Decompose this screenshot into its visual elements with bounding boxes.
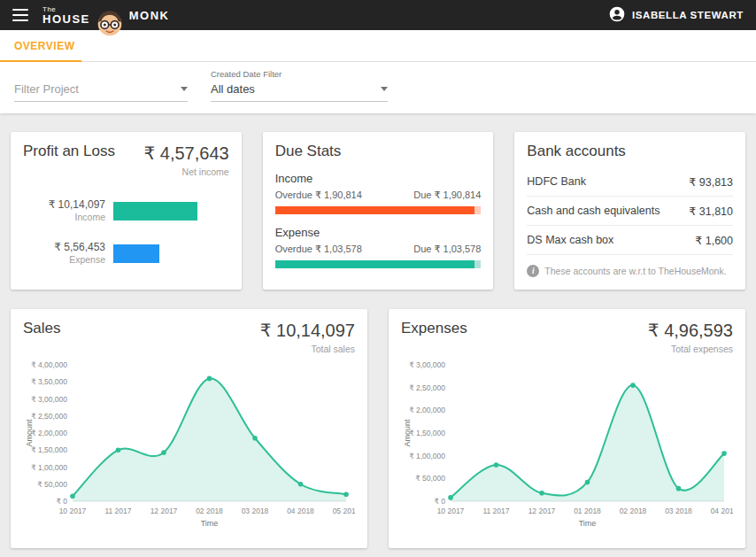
- logo-text-block: The HOUSE: [42, 6, 90, 25]
- bank-account-row: HDFC Bank₹ 93,813: [527, 167, 733, 197]
- user-menu[interactable]: ISABELLA STEWART: [608, 5, 744, 25]
- due-progress-bar: [275, 206, 482, 214]
- y-tick-label: ₹ 0: [435, 497, 446, 506]
- y-axis-title: Amount: [403, 419, 412, 447]
- bank-accounts-card: Bank accounts HDFC Bank₹ 93,813Cash and …: [514, 132, 745, 290]
- due-progress-fill: [275, 206, 475, 214]
- sales-chart: ₹ 0₹ 50,000₹ 1,00,000₹ 1,50,000₹ 2,00,00…: [23, 358, 355, 531]
- bank-account-name: HDFC Bank: [527, 175, 586, 189]
- y-tick-label: ₹ 1,50,000: [31, 445, 67, 454]
- pl-bar-labels: ₹ 10,14,097Income: [23, 198, 113, 223]
- topbar: The HOUSE MONK ISABELLA STEW: [0, 0, 756, 30]
- dashboard: Profit an Loss ₹ 4,57,643 Net income ₹ 1…: [0, 132, 756, 548]
- expenses-card: Expenses ₹ 4,96,593 Total expenses ₹ 0₹ …: [389, 309, 745, 548]
- filter-bar: Filter Project Created Date Filter All d…: [0, 62, 756, 113]
- data-point: [298, 482, 304, 487]
- bank-note-text: These accounts are w.r.t to TheHouseMonk…: [544, 266, 726, 276]
- y-tick-label: ₹ 2,00,000: [409, 406, 445, 414]
- logo-text-house: HOUSE: [42, 13, 90, 25]
- total-sales-label: Total sales: [260, 344, 355, 354]
- avatar-icon: [608, 5, 626, 25]
- pl-bar-labels: ₹ 5,56,453Expense: [23, 241, 113, 266]
- total-expenses-value: ₹ 4,96,593: [648, 320, 733, 341]
- y-tick-label: ₹ 1,00,000: [31, 463, 67, 472]
- y-tick-label: ₹ 50,000: [37, 480, 67, 489]
- profit-loss-title: Profit an Loss: [23, 143, 115, 160]
- y-tick-label: ₹ 1,00,000: [409, 452, 445, 460]
- app-logo: The HOUSE MONK: [42, 0, 169, 32]
- pl-bar-name: Income: [23, 212, 105, 223]
- due-stats-card: Due Stats IncomeOverdue ₹ 1,90,814Due ₹ …: [263, 132, 494, 290]
- created-date-filter-select[interactable]: Created Date Filter All dates: [211, 69, 388, 102]
- pl-bar-row: ₹ 5,56,453Expense: [23, 241, 229, 266]
- x-tick-label: 05 2018: [333, 507, 355, 515]
- x-tick-label: 01 2018: [574, 507, 601, 515]
- x-tick-label: 10 2017: [59, 507, 87, 515]
- pl-bar-value: ₹ 10,14,097: [23, 198, 105, 212]
- created-date-filter-label: Created Date Filter: [211, 69, 388, 79]
- data-point: [448, 495, 453, 500]
- due-section-name: Income: [275, 172, 482, 185]
- pl-bar-row: ₹ 10,14,097Income: [23, 198, 229, 223]
- due-progress-fill: [275, 260, 475, 268]
- y-tick-label: ₹ 0: [57, 497, 68, 506]
- pl-bar: [113, 244, 159, 263]
- due-section: ExpenseOverdue ₹ 1,03,578Due ₹ 1,03,578: [275, 226, 482, 268]
- y-tick-label: ₹ 50,000: [415, 474, 445, 483]
- filter-project-placeholder: Filter Project: [14, 82, 79, 96]
- pl-bar: [113, 202, 197, 220]
- y-tick-label: ₹ 3,00,000: [409, 360, 445, 369]
- y-tick-label: ₹ 2,50,000: [31, 412, 67, 421]
- y-axis-title: Amount: [25, 419, 34, 447]
- monk-face-icon: [93, 6, 127, 40]
- bank-account-name: DS Max cash box: [527, 234, 613, 247]
- data-point: [70, 493, 75, 499]
- sales-card: Sales ₹ 10,14,097 Total sales ₹ 0₹ 50,00…: [11, 309, 367, 548]
- data-point: [207, 376, 212, 382]
- x-tick-label: 12 2017: [528, 507, 556, 515]
- y-tick-label: ₹ 2,50,000: [409, 383, 445, 392]
- due-overdue-label: Overdue ₹ 1,03,578: [275, 244, 362, 255]
- data-point: [161, 450, 166, 455]
- x-tick-label: 04 2018: [287, 507, 314, 515]
- x-tick-label: 11 2017: [482, 507, 509, 515]
- logo-text-monk: MONK: [129, 9, 170, 22]
- pl-bar-value: ₹ 5,56,453: [23, 241, 105, 254]
- menu-icon[interactable]: [12, 9, 28, 21]
- expenses-chart: ₹ 0₹ 50,000₹ 1,00,000₹ 1,50,000₹ 2,00,00…: [401, 358, 733, 531]
- due-progress-bar: [275, 260, 482, 268]
- bank-account-value: ₹ 93,813: [689, 175, 733, 189]
- x-tick-label: 11 2017: [104, 507, 131, 515]
- profit-loss-card: Profit an Loss ₹ 4,57,643 Net income ₹ 1…: [11, 132, 242, 290]
- due-amounts-row: Overdue ₹ 1,90,814Due ₹ 1,90,814: [275, 190, 482, 201]
- info-icon: i: [527, 265, 539, 277]
- tab-overview[interactable]: OVERVIEW: [0, 30, 81, 61]
- data-point: [539, 491, 544, 496]
- expenses-title: Expenses: [401, 320, 467, 337]
- x-tick-label: 12 2017: [150, 507, 178, 515]
- bank-accounts-title: Bank accounts: [527, 143, 626, 160]
- y-tick-label: ₹ 4,00,000: [31, 360, 67, 369]
- bank-account-row: Cash and cash equivalents₹ 31,810: [527, 197, 733, 226]
- data-point: [630, 383, 636, 388]
- user-name: ISABELLA STEWART: [632, 10, 744, 20]
- bank-account-rows: HDFC Bank₹ 93,813Cash and cash equivalen…: [527, 167, 733, 255]
- due-stats-sections: IncomeOverdue ₹ 1,90,814Due ₹ 1,90,814Ex…: [275, 172, 482, 268]
- data-point: [585, 480, 590, 485]
- x-tick-label: 10 2017: [437, 507, 465, 515]
- due-amounts-row: Overdue ₹ 1,03,578Due ₹ 1,03,578: [275, 244, 482, 255]
- bank-account-value: ₹ 31,810: [689, 205, 733, 218]
- data-point: [116, 447, 121, 453]
- data-point: [494, 462, 499, 468]
- bank-account-row: DS Max cash box₹ 1,600: [527, 226, 733, 255]
- net-income-value: ₹ 4,57,643: [144, 143, 229, 164]
- due-section-name: Expense: [275, 226, 482, 239]
- data-point: [676, 486, 682, 491]
- bank-account-value: ₹ 1,600: [695, 234, 733, 247]
- due-due-label: Due ₹ 1,90,814: [413, 190, 481, 201]
- bank-account-name: Cash and cash equivalents: [527, 205, 660, 218]
- sales-title: Sales: [23, 320, 61, 337]
- data-point: [252, 436, 258, 441]
- filter-project-select[interactable]: Filter Project: [14, 82, 188, 102]
- x-axis-title: Time: [201, 519, 219, 528]
